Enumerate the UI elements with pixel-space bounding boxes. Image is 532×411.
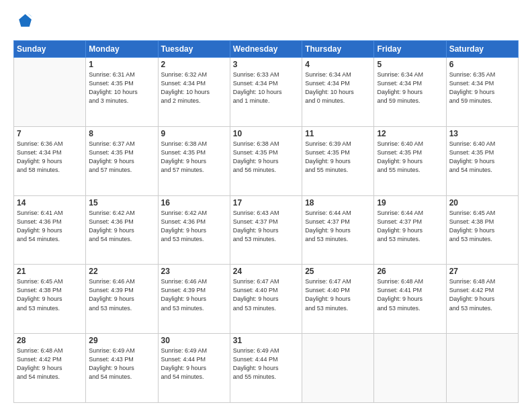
calendar-cell: 26Sunrise: 6:48 AMSunset: 4:41 PMDayligh…	[374, 265, 446, 334]
page: SundayMondayTuesdayWednesdayThursdayFrid…	[0, 0, 532, 411]
day-info: Sunrise: 6:45 AMSunset: 4:38 PMDaylight:…	[449, 209, 515, 244]
day-number: 24	[233, 267, 299, 276]
day-info: Sunrise: 6:40 AMSunset: 4:35 PMDaylight:…	[449, 140, 515, 175]
calendar-cell: 21Sunrise: 6:45 AMSunset: 4:38 PMDayligh…	[14, 265, 86, 334]
day-info: Sunrise: 6:34 AMSunset: 4:34 PMDaylight:…	[305, 71, 371, 105]
calendar-cell	[374, 334, 446, 403]
day-info: Sunrise: 6:46 AMSunset: 4:39 PMDaylight:…	[89, 277, 154, 312]
day-info: Sunrise: 6:40 AMSunset: 4:35 PMDaylight:…	[377, 140, 443, 175]
calendar-cell: 20Sunrise: 6:45 AMSunset: 4:38 PMDayligh…	[446, 195, 518, 265]
calendar-cell: 30Sunrise: 6:49 AMSunset: 4:44 PMDayligh…	[158, 334, 230, 403]
calendar-table: SundayMondayTuesdayWednesdayThursdayFrid…	[13, 40, 519, 403]
calendar-cell: 28Sunrise: 6:48 AMSunset: 4:42 PMDayligh…	[14, 334, 86, 403]
calendar-cell: 7Sunrise: 6:36 AMSunset: 4:34 PMDaylight…	[14, 126, 86, 195]
day-number: 17	[233, 198, 299, 208]
calendar-cell: 9Sunrise: 6:38 AMSunset: 4:35 PMDaylight…	[158, 126, 230, 195]
day-number: 6	[449, 60, 515, 69]
day-info: Sunrise: 6:39 AMSunset: 4:35 PMDaylight:…	[305, 140, 371, 175]
calendar-cell: 31Sunrise: 6:49 AMSunset: 4:44 PMDayligh…	[230, 334, 302, 403]
col-header-saturday: Saturday	[446, 41, 518, 58]
col-header-tuesday: Tuesday	[158, 41, 230, 58]
calendar-cell: 15Sunrise: 6:42 AMSunset: 4:36 PMDayligh…	[86, 195, 158, 265]
day-info: Sunrise: 6:31 AMSunset: 4:35 PMDaylight:…	[89, 71, 154, 105]
calendar-cell: 2Sunrise: 6:32 AMSunset: 4:34 PMDaylight…	[158, 58, 230, 127]
day-number: 11	[305, 129, 371, 138]
day-info: Sunrise: 6:45 AMSunset: 4:38 PMDaylight:…	[17, 277, 83, 312]
day-info: Sunrise: 6:47 AMSunset: 4:40 PMDaylight:…	[233, 277, 299, 312]
day-info: Sunrise: 6:46 AMSunset: 4:39 PMDaylight:…	[161, 277, 227, 312]
day-info: Sunrise: 6:44 AMSunset: 4:37 PMDaylight:…	[377, 209, 443, 244]
day-info: Sunrise: 6:49 AMSunset: 4:44 PMDaylight:…	[161, 347, 227, 381]
day-number: 30	[161, 336, 227, 345]
day-number: 4	[305, 60, 371, 69]
day-info: Sunrise: 6:38 AMSunset: 4:35 PMDaylight:…	[161, 140, 227, 175]
calendar-cell	[14, 58, 86, 127]
day-info: Sunrise: 6:37 AMSunset: 4:35 PMDaylight:…	[89, 140, 154, 175]
day-number: 2	[161, 60, 227, 69]
calendar-cell: 25Sunrise: 6:47 AMSunset: 4:40 PMDayligh…	[302, 265, 374, 334]
calendar-cell: 23Sunrise: 6:46 AMSunset: 4:39 PMDayligh…	[158, 265, 230, 334]
day-number: 14	[17, 198, 83, 208]
col-header-thursday: Thursday	[302, 41, 374, 58]
day-info: Sunrise: 6:43 AMSunset: 4:37 PMDaylight:…	[233, 209, 299, 244]
header	[13, 12, 519, 34]
calendar-cell: 11Sunrise: 6:39 AMSunset: 4:35 PMDayligh…	[302, 126, 374, 195]
calendar-cell: 18Sunrise: 6:44 AMSunset: 4:37 PMDayligh…	[302, 195, 374, 265]
day-number: 16	[161, 198, 227, 208]
day-info: Sunrise: 6:47 AMSunset: 4:40 PMDaylight:…	[305, 277, 371, 312]
week-row-1: 1Sunrise: 6:31 AMSunset: 4:35 PMDaylight…	[14, 58, 519, 127]
week-row-4: 21Sunrise: 6:45 AMSunset: 4:38 PMDayligh…	[14, 265, 519, 334]
calendar-cell: 4Sunrise: 6:34 AMSunset: 4:34 PMDaylight…	[302, 58, 374, 127]
day-info: Sunrise: 6:48 AMSunset: 4:42 PMDaylight:…	[17, 347, 83, 381]
day-info: Sunrise: 6:36 AMSunset: 4:34 PMDaylight:…	[17, 140, 83, 175]
day-number: 10	[233, 129, 299, 138]
calendar-cell: 6Sunrise: 6:35 AMSunset: 4:34 PMDaylight…	[446, 58, 518, 127]
calendar-cell: 5Sunrise: 6:34 AMSunset: 4:34 PMDaylight…	[374, 58, 446, 127]
calendar-cell: 24Sunrise: 6:47 AMSunset: 4:40 PMDayligh…	[230, 265, 302, 334]
day-number: 7	[17, 129, 83, 138]
day-number: 1	[89, 60, 154, 69]
day-number: 21	[17, 267, 83, 276]
day-number: 31	[233, 336, 299, 345]
calendar-cell: 29Sunrise: 6:49 AMSunset: 4:43 PMDayligh…	[86, 334, 158, 403]
col-header-friday: Friday	[374, 41, 446, 58]
week-row-3: 14Sunrise: 6:41 AMSunset: 4:36 PMDayligh…	[14, 195, 519, 265]
day-number: 5	[377, 60, 443, 69]
week-row-2: 7Sunrise: 6:36 AMSunset: 4:34 PMDaylight…	[14, 126, 519, 195]
calendar-cell: 14Sunrise: 6:41 AMSunset: 4:36 PMDayligh…	[14, 195, 86, 265]
calendar-cell: 22Sunrise: 6:46 AMSunset: 4:39 PMDayligh…	[86, 265, 158, 334]
day-info: Sunrise: 6:42 AMSunset: 4:36 PMDaylight:…	[89, 209, 154, 244]
calendar-cell: 16Sunrise: 6:42 AMSunset: 4:36 PMDayligh…	[158, 195, 230, 265]
col-header-monday: Monday	[86, 41, 158, 58]
day-info: Sunrise: 6:49 AMSunset: 4:43 PMDaylight:…	[89, 347, 154, 381]
calendar-cell: 13Sunrise: 6:40 AMSunset: 4:35 PMDayligh…	[446, 126, 518, 195]
day-info: Sunrise: 6:33 AMSunset: 4:34 PMDaylight:…	[233, 71, 299, 105]
logo-icon	[15, 12, 34, 31]
day-info: Sunrise: 6:34 AMSunset: 4:34 PMDaylight:…	[377, 71, 443, 105]
day-info: Sunrise: 6:35 AMSunset: 4:34 PMDaylight:…	[449, 71, 515, 105]
day-number: 28	[17, 336, 83, 345]
day-info: Sunrise: 6:38 AMSunset: 4:35 PMDaylight:…	[233, 140, 299, 175]
calendar-cell: 19Sunrise: 6:44 AMSunset: 4:37 PMDayligh…	[374, 195, 446, 265]
col-header-wednesday: Wednesday	[230, 41, 302, 58]
calendar-cell: 8Sunrise: 6:37 AMSunset: 4:35 PMDaylight…	[86, 126, 158, 195]
day-number: 20	[449, 198, 515, 208]
calendar-cell	[446, 334, 518, 403]
day-number: 12	[377, 129, 443, 138]
day-number: 9	[161, 129, 227, 138]
day-number: 26	[377, 267, 443, 276]
day-info: Sunrise: 6:48 AMSunset: 4:42 PMDaylight:…	[449, 277, 515, 312]
calendar-cell	[302, 334, 374, 403]
day-number: 13	[449, 129, 515, 138]
day-number: 29	[89, 336, 154, 345]
day-number: 27	[449, 267, 515, 276]
svg-marker-0	[19, 14, 32, 27]
day-number: 23	[161, 267, 227, 276]
calendar-cell: 3Sunrise: 6:33 AMSunset: 4:34 PMDaylight…	[230, 58, 302, 127]
logo	[13, 12, 34, 34]
day-number: 8	[89, 129, 154, 138]
day-info: Sunrise: 6:41 AMSunset: 4:36 PMDaylight:…	[17, 209, 83, 244]
day-number: 19	[377, 198, 443, 208]
day-number: 15	[89, 198, 154, 208]
calendar-cell: 10Sunrise: 6:38 AMSunset: 4:35 PMDayligh…	[230, 126, 302, 195]
